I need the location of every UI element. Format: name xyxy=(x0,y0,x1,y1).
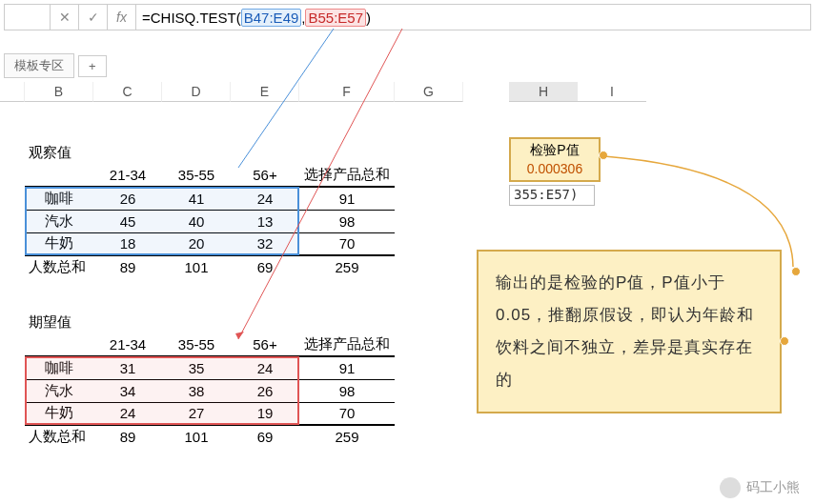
cell[interactable]: 35 xyxy=(162,356,231,379)
cell[interactable]: 26 xyxy=(93,187,162,210)
cell[interactable]: 24 xyxy=(231,187,299,210)
cell[interactable]: 89 xyxy=(93,255,162,278)
cell[interactable]: 人数总和 xyxy=(25,425,93,448)
cell[interactable]: 34 xyxy=(93,379,162,402)
col-F[interactable]: F xyxy=(299,82,395,102)
cell[interactable]: 咖啡 xyxy=(25,187,93,210)
cell[interactable]: 56+ xyxy=(231,333,299,356)
cell[interactable]: 21-34 xyxy=(93,333,162,356)
cell[interactable]: 21-34 xyxy=(93,164,162,187)
cell[interactable]: 汽水 xyxy=(25,379,93,402)
cell[interactable]: 70 xyxy=(299,402,395,425)
col-I[interactable]: I xyxy=(578,82,646,102)
cell[interactable]: 人数总和 xyxy=(25,255,93,278)
cell[interactable]: 259 xyxy=(299,255,395,278)
observed-title: 观察值 xyxy=(25,141,395,164)
cell[interactable]: 101 xyxy=(162,425,231,448)
cell[interactable]: 38 xyxy=(162,379,231,402)
cell[interactable]: 56+ xyxy=(231,164,299,187)
confirm-icon[interactable]: ✓ xyxy=(79,5,108,30)
explanation-callout: 输出的是检验的P值，P值小于0.05，推翻原假设，即认为年龄和饮料之间不独立，差… xyxy=(477,250,782,413)
cell[interactable]: 259 xyxy=(299,425,395,448)
name-box[interactable] xyxy=(5,5,51,30)
cell[interactable]: 咖啡 xyxy=(25,356,93,379)
cell[interactable] xyxy=(25,164,93,187)
cell[interactable]: 98 xyxy=(299,210,395,232)
cell[interactable]: 45 xyxy=(93,210,162,232)
cell[interactable]: 101 xyxy=(162,255,231,278)
cell[interactable]: 24 xyxy=(231,356,299,379)
formula-text: =CHISQ.TEST( xyxy=(142,10,241,26)
cell[interactable]: 19 xyxy=(231,402,299,425)
col-B[interactable]: B xyxy=(25,82,93,102)
col-C[interactable]: C xyxy=(93,82,162,102)
cell[interactable] xyxy=(25,333,93,356)
column-headers: B C D E F G xyxy=(0,82,458,102)
cell[interactable]: 40 xyxy=(162,210,231,232)
cell[interactable]: 26 xyxy=(231,379,299,402)
callout-handle[interactable] xyxy=(791,267,801,276)
formula-range2: B55:E57 xyxy=(305,9,366,27)
cell[interactable]: 13 xyxy=(231,210,299,232)
expected-title: 期望值 xyxy=(25,311,395,333)
col-G[interactable]: G xyxy=(395,82,463,102)
cell[interactable]: 70 xyxy=(299,232,395,255)
cell[interactable]: 41 xyxy=(162,187,231,210)
cell[interactable]: 69 xyxy=(231,255,299,278)
cell[interactable]: 35-55 xyxy=(162,333,231,356)
sheet-tabs: 模板专区 + xyxy=(4,53,107,78)
cancel-icon[interactable]: ✕ xyxy=(51,5,79,30)
pvalue-value: 0.000306 xyxy=(517,160,593,179)
cell[interactable]: 32 xyxy=(231,232,299,255)
cell[interactable]: 31 xyxy=(93,356,162,379)
col-gutter xyxy=(0,82,25,102)
cell[interactable]: 牛奶 xyxy=(25,232,93,255)
cell[interactable]: 选择产品总和 xyxy=(299,333,395,356)
cell[interactable]: 91 xyxy=(299,356,395,379)
formula-input[interactable]: =CHISQ.TEST( B47:E49 , B55:E57 ) xyxy=(136,9,810,27)
cell[interactable]: 汽水 xyxy=(25,210,93,232)
cell[interactable]: 69 xyxy=(231,425,299,448)
callout-handle[interactable] xyxy=(599,151,608,160)
cell[interactable]: 选择产品总和 xyxy=(299,164,395,187)
callout-handle[interactable] xyxy=(780,336,789,346)
cell[interactable]: 27 xyxy=(162,402,231,425)
watermark-text: 码工小熊 xyxy=(746,479,800,496)
tab-template[interactable]: 模板专区 xyxy=(4,53,74,78)
editing-cell[interactable]: 355:E57) xyxy=(509,185,595,206)
watermark: 码工小熊 xyxy=(720,477,800,498)
tab-add[interactable]: + xyxy=(78,55,107,77)
col-H[interactable]: H xyxy=(509,82,578,102)
table-observed: 观察值 21-34 35-55 56+ 选择产品总和 咖啡 26 41 24 9… xyxy=(25,141,395,278)
cell[interactable]: 牛奶 xyxy=(25,402,93,425)
cell[interactable]: 91 xyxy=(299,187,395,210)
logo-icon xyxy=(720,477,741,498)
fx-icon[interactable]: fx xyxy=(108,5,136,30)
col-E[interactable]: E xyxy=(231,82,299,102)
cell[interactable]: 35-55 xyxy=(162,164,231,187)
table-expected: 期望值 21-34 35-55 56+ 选择产品总和 咖啡 31 35 24 9… xyxy=(25,311,395,448)
cell[interactable]: 89 xyxy=(93,425,162,448)
cell[interactable]: 24 xyxy=(93,402,162,425)
formula-bar: ✕ ✓ fx =CHISQ.TEST( B47:E49 , B55:E57 ) xyxy=(4,4,811,30)
pvalue-callout: 检验P值 0.000306 xyxy=(509,137,601,182)
formula-suffix: ) xyxy=(366,10,371,26)
col-D[interactable]: D xyxy=(162,82,231,102)
cell[interactable]: 20 xyxy=(162,232,231,255)
cell[interactable]: 98 xyxy=(299,379,395,402)
formula-range1: B47:E49 xyxy=(241,9,302,27)
cell[interactable]: 18 xyxy=(93,232,162,255)
pvalue-label: 检验P值 xyxy=(517,141,593,160)
